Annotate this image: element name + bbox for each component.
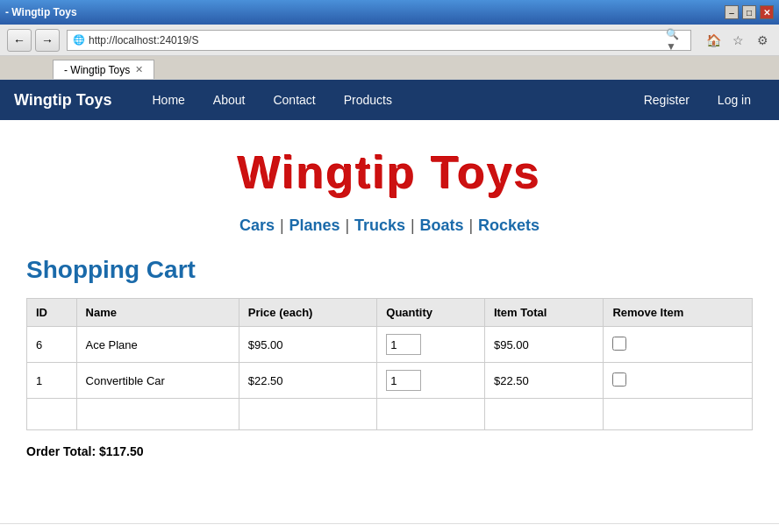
row-id: 1	[27, 363, 77, 399]
col-name: Name	[76, 299, 239, 327]
title-bar: - Wingtip Toys – □ ✕	[0, 0, 779, 25]
nav-login[interactable]: Log in	[704, 80, 765, 120]
row-remove	[604, 327, 753, 363]
row-price: $22.50	[239, 363, 377, 399]
row-name: Ace Plane	[76, 327, 239, 363]
table-row: 1 Convertible Car $22.50 $22.50	[27, 363, 753, 399]
category-nav: Cars | Planes | Trucks | Boats | Rockets	[26, 216, 753, 235]
cart-table: ID Name Price (each) Quantity Item Total…	[26, 298, 753, 430]
cart-title: Shopping Cart	[26, 256, 753, 284]
row-id: 6	[27, 327, 77, 363]
nav-right: Register Log in	[630, 80, 765, 120]
search-button[interactable]: 🔍 ▼	[666, 28, 685, 53]
nav-buttons: ← →	[7, 29, 60, 52]
back-button[interactable]: ←	[7, 29, 32, 52]
cat-sep-1: |	[280, 216, 284, 234]
col-quantity: Quantity	[377, 299, 485, 327]
window-title: - Wingtip Toys	[5, 6, 77, 18]
cat-sep-4: |	[468, 216, 473, 234]
cat-rockets[interactable]: Rockets	[478, 216, 540, 234]
nav-register[interactable]: Register	[630, 80, 704, 120]
address-field[interactable]: 🌐 http://localhost:24019/S 🔍 ▼	[67, 30, 691, 51]
browser-content: Wingtip Toys Home About Contact Products…	[0, 79, 779, 532]
close-button[interactable]: ✕	[760, 5, 774, 19]
quantity-input-2[interactable]	[386, 370, 421, 391]
app-navbar: Wingtip Toys Home About Contact Products…	[0, 80, 779, 120]
col-item-total: Item Total	[484, 299, 603, 327]
empty-cell	[76, 399, 239, 430]
col-price: Price (each)	[239, 299, 377, 327]
remove-checkbox-1[interactable]	[612, 337, 626, 351]
row-remove	[604, 363, 753, 399]
order-total: Order Total: $117.50	[26, 444, 753, 458]
row-price: $95.00	[239, 327, 377, 363]
empty-cell	[604, 399, 753, 430]
hero-title: Wingtip Toys	[26, 146, 753, 199]
row-total: $95.00	[484, 327, 603, 363]
quantity-input-1[interactable]	[386, 334, 421, 355]
cat-sep-2: |	[345, 216, 349, 234]
col-id: ID	[27, 299, 77, 327]
address-bar: ← → 🌐 http://localhost:24019/S 🔍 ▼ 🏠 ☆ ⚙	[0, 25, 779, 56]
nav-products[interactable]: Products	[330, 80, 406, 120]
table-row: 6 Ace Plane $95.00 $95.00	[27, 327, 753, 363]
address-icon: 🌐	[73, 34, 85, 46]
table-row-empty	[27, 399, 753, 430]
empty-cell	[484, 399, 603, 430]
nav-about[interactable]: About	[199, 80, 260, 120]
favorites-icon[interactable]: ☆	[728, 31, 747, 50]
forward-button[interactable]: →	[35, 29, 60, 52]
empty-cell	[377, 399, 485, 430]
settings-icon[interactable]: ⚙	[753, 31, 772, 50]
cat-cars[interactable]: Cars	[239, 216, 275, 234]
minimize-button[interactable]: –	[725, 5, 739, 19]
page-content: Wingtip Toys Cars | Planes | Trucks | Bo…	[0, 120, 779, 523]
main-nav: Home About Contact Products	[139, 80, 406, 120]
col-remove: Remove Item	[604, 299, 753, 327]
home-icon[interactable]: 🏠	[704, 31, 723, 50]
url-text: http://localhost:24019/S	[89, 34, 662, 46]
empty-cell	[239, 399, 377, 430]
row-quantity	[377, 327, 485, 363]
app-footer: © 2013 - Wingtip Toys	[0, 523, 779, 532]
browser-tab[interactable]: - Wingtip Toys ✕	[53, 60, 154, 79]
row-total: $22.50	[484, 363, 603, 399]
cat-sep-3: |	[411, 216, 415, 234]
tab-close-button[interactable]: ✕	[135, 64, 143, 75]
row-quantity	[377, 363, 485, 399]
empty-cell	[27, 399, 77, 430]
cat-trucks[interactable]: Trucks	[354, 216, 405, 234]
nav-contact[interactable]: Contact	[259, 80, 329, 120]
cat-planes[interactable]: Planes	[289, 216, 339, 234]
row-name: Convertible Car	[76, 363, 239, 399]
brand-link[interactable]: Wingtip Toys	[14, 91, 112, 110]
maximize-button[interactable]: □	[742, 5, 756, 19]
cat-boats[interactable]: Boats	[420, 216, 464, 234]
browser-window: - Wingtip Toys – □ ✕ ← → 🌐 http://localh…	[0, 0, 779, 532]
tab-bar: - Wingtip Toys ✕	[0, 56, 779, 79]
tab-label: - Wingtip Toys	[64, 64, 130, 76]
remove-checkbox-2[interactable]	[612, 372, 626, 387]
window-controls: – □ ✕	[725, 5, 774, 19]
nav-home[interactable]: Home	[139, 80, 199, 120]
